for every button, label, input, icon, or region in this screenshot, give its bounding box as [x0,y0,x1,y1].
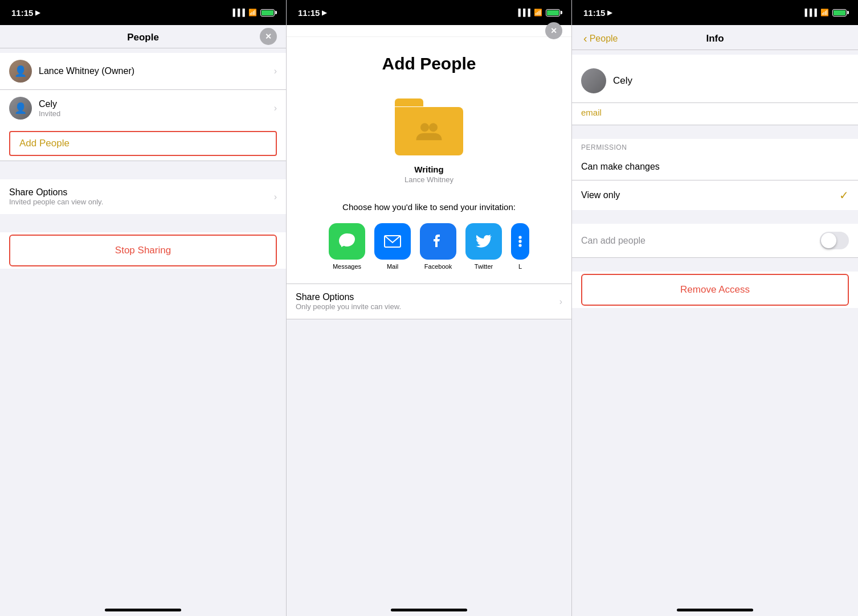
battery-icon-3 [832,9,847,17]
share-options-chevron: › [274,192,277,202]
can-make-changes-item[interactable]: Can make changes [572,154,858,180]
permission-label: PERMISSION [572,139,858,154]
status-time-2: 11:15 ▶ [298,8,326,18]
add-people-container: Add People [0,126,286,161]
cely-item[interactable]: 👤 Cely Invited › [0,90,286,126]
close-button-add-people[interactable]: ✕ [545,22,562,39]
share-options-row: Share Options Only people you invite can… [287,284,571,319]
status-icons-3: ▐▐▐ 📶 [802,9,847,17]
can-add-text: Can add people [581,236,820,246]
info-person-row: Cely [572,59,858,103]
svg-point-1 [429,123,438,132]
status-bar-1: 11:15 ▶ ▐▐▐ 📶 [0,0,286,25]
messages-label: Messages [333,263,361,270]
email-link[interactable]: email [581,108,602,117]
cely-chevron: › [274,103,277,113]
wifi-icon-2: 📶 [534,9,542,17]
stop-sharing-section: Stop Sharing [0,232,286,269]
messages-app-item[interactable]: Messages [329,223,365,270]
share-options-background: Share Options Only people you invite can… [287,284,571,609]
screen-people: 11:15 ▶ ▐▐▐ 📶 People ✕ 👤 Lance Whitney (… [0,0,286,616]
nav-bar-info: ‹ People Info [572,25,858,50]
messages-app-icon [329,223,365,260]
more-label: L [518,263,522,270]
location-icon-3: ▶ [607,9,612,17]
share-options-row-item[interactable]: Share Options Only people you invite can… [287,284,571,319]
remove-access-section: Remove Access [572,272,858,308]
owner-item[interactable]: 👤 Lance Whitney (Owner) › [0,53,286,90]
location-icon: ▶ [35,9,40,17]
invitation-text: Choose how you'd like to send your invit… [331,202,527,212]
cely-name: Cely [39,99,274,109]
wifi-icon: 📶 [248,9,257,17]
owner-avatar: 👤 [9,60,32,83]
close-button-people[interactable]: ✕ [260,28,277,45]
folder-name: Writing [414,165,443,174]
stop-sharing-button[interactable]: Stop Sharing [9,235,277,266]
back-button[interactable]: ‹ People [583,32,618,45]
share-options-row-title: Share Options [296,292,559,302]
spacer-3 [572,308,858,609]
share-options-row-chevron: › [559,297,562,307]
home-indicator-2 [391,609,467,611]
more-app-item[interactable]: L [511,223,529,270]
checkmark-icon: ✓ [839,188,849,202]
separator-2 [0,214,286,232]
signal-icon-2: ▐▐▐ [516,9,530,17]
people-list: 👤 Lance Whitney (Owner) › 👤 Cely Invited… [0,53,286,126]
home-indicator-1 [105,609,181,611]
can-add-section: Can add people [572,224,858,258]
mail-label: Mail [387,263,398,270]
back-label: People [590,34,618,44]
svg-point-0 [420,123,429,132]
remove-access-button[interactable]: Remove Access [581,274,849,306]
nav-title-people: People [127,32,159,43]
signal-icon: ▐▐▐ [230,9,245,17]
cely-subtitle: Invited [39,109,274,118]
svg-point-5 [518,244,521,247]
stop-sharing-label: Stop Sharing [115,245,171,256]
app-icons-row: Messages Mail Facebook [317,223,541,270]
mail-app-item[interactable]: Mail [374,223,411,270]
share-options-item[interactable]: Share Options Invited people can view on… [0,179,286,214]
more-app-icon [511,223,529,260]
status-icons-1: ▐▐▐ 📶 [230,9,275,17]
status-time-3: 11:15 ▶ [583,8,612,18]
view-only-item[interactable]: View only ✓ [572,180,858,210]
location-icon-2: ▶ [322,9,326,17]
can-make-changes-text: Can make changes [581,162,849,172]
screen-add-people: 11:15 ▶ ▐▐▐ 📶 ✕ Add People [286,0,572,616]
separator-1 [0,161,286,179]
share-options-info: Share Options Invited people can view on… [9,187,274,206]
folder-people-icon [415,120,443,147]
home-indicator-3 [677,609,753,611]
signal-icon-3: ▐▐▐ [802,9,817,17]
remove-access-label: Remove Access [680,284,750,295]
email-section: email [572,103,858,125]
owner-name: Lance Whitney (Owner) [39,66,274,76]
add-people-content: Add People Writing Lance Whitney [287,37,571,609]
nav-title-info: Info [706,33,724,44]
back-chevron-icon: ‹ [583,32,587,45]
status-bar-3: 11:15 ▶ ▐▐▐ 📶 [572,0,858,25]
share-options-sub: Invited people can view only. [9,198,274,206]
svg-point-4 [518,240,521,243]
twitter-app-item[interactable]: Twitter [465,223,502,270]
info-name: Cely [613,75,632,87]
screen-info: 11:15 ▶ ▐▐▐ 📶 ‹ People Info Cely email P… [572,0,858,616]
folder-owner: Lance Whitney [405,175,453,184]
folder-container: Writing Lance Whitney [395,98,463,198]
wifi-icon-3: 📶 [820,9,829,17]
facebook-app-icon [420,223,456,260]
view-only-text: View only [581,190,839,200]
facebook-app-item[interactable]: Facebook [420,223,456,270]
spacer-1 [0,269,286,609]
add-people-header: Add People [287,37,571,98]
folder-tab [395,98,423,106]
share-options-row-sub: Only people you invite can view. [296,302,559,311]
can-add-toggle[interactable] [820,232,849,249]
add-people-button[interactable]: Add People [19,138,267,149]
facebook-label: Facebook [424,263,452,270]
owner-chevron: › [274,66,277,76]
cely-info: Cely Invited [39,99,274,118]
